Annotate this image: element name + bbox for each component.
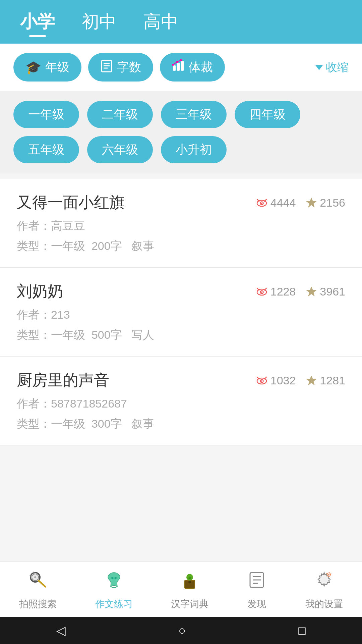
nav-item-search[interactable]: 拍照搜索 bbox=[19, 570, 57, 610]
header-tab-high[interactable]: 高中 bbox=[143, 10, 178, 37]
grade-filter-button[interactable]: 🎓 年级 bbox=[13, 53, 81, 82]
grade-tag-g3[interactable]: 三年级 bbox=[161, 101, 227, 128]
genre-icon bbox=[172, 59, 185, 75]
star-number: 3961 bbox=[320, 285, 345, 298]
article-author: 作者：高豆豆 bbox=[17, 218, 345, 234]
nav-label-search: 拍照搜索 bbox=[19, 598, 57, 610]
svg-marker-13 bbox=[306, 198, 316, 207]
word-count-icon bbox=[100, 60, 113, 75]
nav-label-dictionary: 汉字词典 bbox=[171, 598, 208, 610]
nav-icon-search bbox=[28, 570, 48, 594]
article-title: 刘奶奶 bbox=[17, 281, 63, 302]
svg-point-33 bbox=[188, 581, 191, 583]
svg-point-40 bbox=[328, 574, 329, 575]
nav-icon-settings bbox=[314, 570, 334, 594]
back-button[interactable]: ◁ bbox=[56, 624, 66, 638]
grade-icon: 🎓 bbox=[25, 60, 41, 75]
view-count: 1228 bbox=[256, 285, 296, 298]
article-title: 又得一面小红旗 bbox=[17, 192, 125, 213]
svg-point-7 bbox=[172, 64, 174, 66]
svg-marker-21 bbox=[306, 376, 316, 385]
star-count: 1281 bbox=[306, 374, 345, 387]
nav-item-writing[interactable]: 作文练习 bbox=[95, 570, 133, 610]
svg-point-20 bbox=[261, 380, 262, 382]
svg-point-28 bbox=[111, 577, 113, 579]
item-header-a1: 又得一面小红旗 4444 2156 bbox=[17, 192, 345, 213]
nav-item-discover[interactable]: 发现 bbox=[247, 570, 267, 610]
grade-filter-label: 年级 bbox=[45, 59, 69, 75]
grade-tag-g2[interactable]: 二年级 bbox=[87, 101, 153, 128]
item-stats: 1228 3961 bbox=[256, 285, 345, 298]
grade-panel: 一年级二年级三年级四年级五年级六年级小升初 bbox=[0, 91, 362, 173]
filter-bar: 🎓 年级 字数 体裁 bbox=[0, 44, 362, 91]
nav-item-dictionary[interactable]: 汉字词典 bbox=[171, 570, 208, 610]
article-meta: 类型：一年级 500字 写人 bbox=[17, 327, 345, 343]
grade-tag-g5[interactable]: 五年级 bbox=[13, 136, 79, 163]
view-count: 4444 bbox=[256, 196, 296, 209]
recent-button[interactable]: □ bbox=[298, 624, 306, 638]
svg-point-32 bbox=[186, 574, 193, 581]
nav-item-settings[interactable]: 我的设置 bbox=[305, 570, 343, 610]
svg-point-27 bbox=[34, 576, 36, 578]
item-stats: 4444 2156 bbox=[256, 196, 345, 209]
svg-point-29 bbox=[115, 577, 117, 579]
svg-rect-5 bbox=[177, 63, 180, 71]
svg-point-16 bbox=[261, 291, 262, 293]
collapse-label: 收缩 bbox=[326, 60, 349, 75]
star-count: 3961 bbox=[306, 285, 345, 298]
article-title: 厨房里的声音 bbox=[17, 370, 109, 391]
article-list: 又得一面小红旗 4444 2156 bbox=[0, 179, 362, 445]
svg-line-41 bbox=[329, 572, 330, 573]
collapse-button[interactable]: 收缩 bbox=[315, 60, 349, 75]
star-count: 2156 bbox=[306, 196, 345, 209]
article-meta: 类型：一年级 300字 叙事 bbox=[17, 416, 345, 432]
svg-marker-17 bbox=[306, 287, 316, 296]
grade-tag-g6[interactable]: 六年级 bbox=[87, 136, 153, 163]
svg-line-26 bbox=[39, 581, 45, 587]
nav-label-writing: 作文练习 bbox=[95, 598, 133, 610]
genre-filter-button[interactable]: 体裁 bbox=[160, 53, 225, 82]
nav-icon-writing bbox=[104, 570, 124, 594]
word-count-filter-label: 字数 bbox=[117, 59, 141, 75]
svg-line-43 bbox=[329, 577, 330, 577]
view-number: 1228 bbox=[270, 285, 296, 298]
header-tab-middle[interactable]: 初中 bbox=[82, 10, 117, 37]
view-number: 4444 bbox=[270, 196, 296, 209]
item-header-a2: 刘奶奶 1228 3961 bbox=[17, 281, 345, 302]
grade-tag-g7[interactable]: 小升初 bbox=[161, 136, 227, 163]
article-author: 作者：587871852687 bbox=[17, 396, 345, 412]
bottom-nav: 拍照搜索 作文练习 汉字词典 发现 bbox=[0, 561, 362, 617]
list-item[interactable]: 刘奶奶 1228 3961 bbox=[0, 268, 362, 357]
word-count-filter-button[interactable]: 字数 bbox=[88, 53, 153, 82]
article-meta: 类型：一年级 200字 叙事 bbox=[17, 238, 345, 254]
item-stats: 1032 1281 bbox=[256, 374, 345, 387]
home-button[interactable]: ○ bbox=[178, 624, 186, 638]
genre-filter-label: 体裁 bbox=[189, 59, 213, 75]
nav-label-settings: 我的设置 bbox=[305, 598, 343, 610]
chevron-down-icon bbox=[315, 65, 323, 70]
svg-rect-6 bbox=[181, 61, 184, 71]
view-number: 1032 bbox=[270, 374, 296, 387]
star-number: 1281 bbox=[320, 374, 345, 387]
nav-icon-discover bbox=[247, 570, 267, 594]
nav-label-discover: 发现 bbox=[247, 598, 266, 610]
article-author: 作者：213 bbox=[17, 307, 345, 323]
item-header-a3: 厨房里的声音 1032 1281 bbox=[17, 370, 345, 391]
view-count: 1032 bbox=[256, 374, 296, 387]
list-item[interactable]: 又得一面小红旗 4444 2156 bbox=[0, 179, 362, 268]
svg-point-8 bbox=[176, 61, 178, 63]
svg-rect-4 bbox=[173, 65, 176, 71]
svg-point-12 bbox=[261, 203, 262, 204]
list-item[interactable]: 厨房里的声音 1032 1281 bbox=[0, 357, 362, 445]
header-tab-elementary[interactable]: 小学 bbox=[20, 10, 55, 37]
system-nav: ◁ ○ □ bbox=[0, 617, 362, 644]
header: 小学初中高中 bbox=[0, 0, 362, 44]
star-number: 2156 bbox=[320, 196, 345, 209]
grade-tag-g1[interactable]: 一年级 bbox=[13, 101, 79, 128]
nav-icon-dictionary bbox=[180, 570, 200, 594]
grade-tag-g4[interactable]: 四年级 bbox=[235, 101, 300, 128]
